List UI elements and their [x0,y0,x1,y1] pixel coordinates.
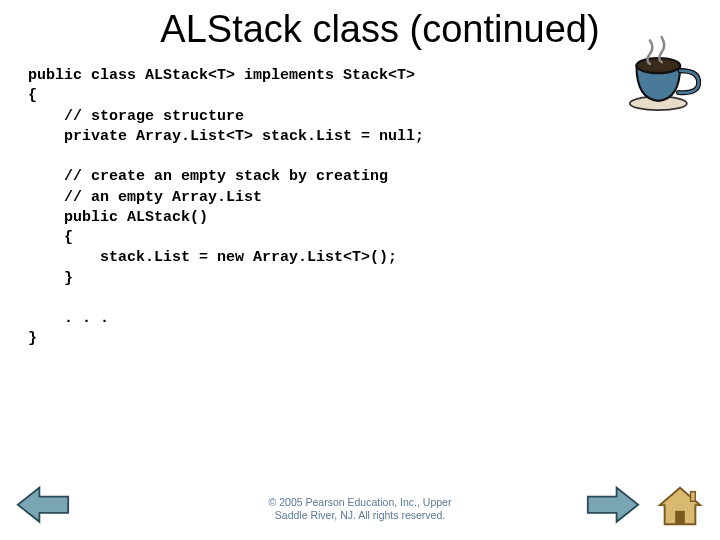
home-icon [656,484,704,528]
prev-arrow-icon [16,484,70,525]
next-button[interactable] [586,484,640,526]
home-button[interactable] [656,484,704,528]
code-listing: public class ALStack<T> implements Stack… [28,66,696,350]
slide-container: ALStack class (continued) public class A… [0,0,720,540]
next-arrow-icon [586,484,640,525]
svg-rect-6 [691,492,696,502]
coffee-cup-icon [618,32,702,116]
svg-marker-3 [588,488,638,522]
prev-button[interactable] [16,484,70,526]
svg-rect-5 [675,511,685,524]
page-title: ALStack class (continued) [64,8,696,51]
svg-marker-2 [18,488,68,522]
svg-point-1 [636,58,680,73]
